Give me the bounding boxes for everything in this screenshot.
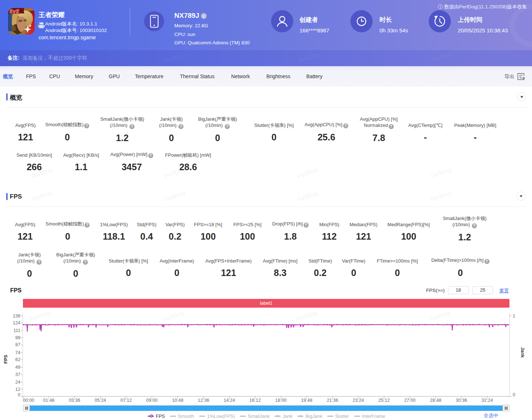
svg-text:37: 37 [15,372,20,377]
svg-text:0: 0 [18,392,20,397]
svg-text:03:36: 03:36 [69,398,80,403]
svg-text:0: 0 [513,392,515,397]
svg-text:124: 124 [13,320,20,325]
svg-text:27:00: 27:00 [404,398,416,403]
svg-text:12:36: 12:36 [198,398,209,403]
svg-text:136: 136 [13,313,20,319]
svg-text:18:00: 18:00 [275,398,286,403]
svg-text:12: 12 [15,387,20,392]
svg-text:111: 111 [13,328,20,333]
svg-text:28:48: 28:48 [430,398,441,403]
svg-text:01:48: 01:48 [43,398,54,403]
svg-text:87: 87 [15,342,20,347]
svg-text:25:12: 25:12 [378,398,390,403]
svg-text:14:24: 14:24 [223,398,235,403]
svg-text:24: 24 [15,380,20,385]
svg-text:Jank: Jank [520,347,525,358]
svg-text:09:00: 09:00 [146,398,158,403]
svg-text:05:24: 05:24 [95,398,106,403]
svg-text:21:36: 21:36 [327,398,338,403]
svg-text:19:48: 19:48 [301,398,312,403]
svg-text:62: 62 [15,357,20,362]
svg-text:30:36: 30:36 [456,398,467,403]
svg-text:99: 99 [15,335,20,340]
svg-text:00:00: 00:00 [23,398,34,403]
svg-text:10:48: 10:48 [172,398,183,403]
svg-text:74: 74 [15,350,20,355]
svg-text:32:24: 32:24 [481,398,493,403]
svg-text:FPS: FPS [3,355,8,364]
svg-text:16:12: 16:12 [249,398,261,403]
svg-text:1: 1 [513,313,515,319]
svg-text:49: 49 [15,365,20,370]
svg-text:07:12: 07:12 [120,398,132,403]
svg-text:23:24: 23:24 [353,398,364,403]
